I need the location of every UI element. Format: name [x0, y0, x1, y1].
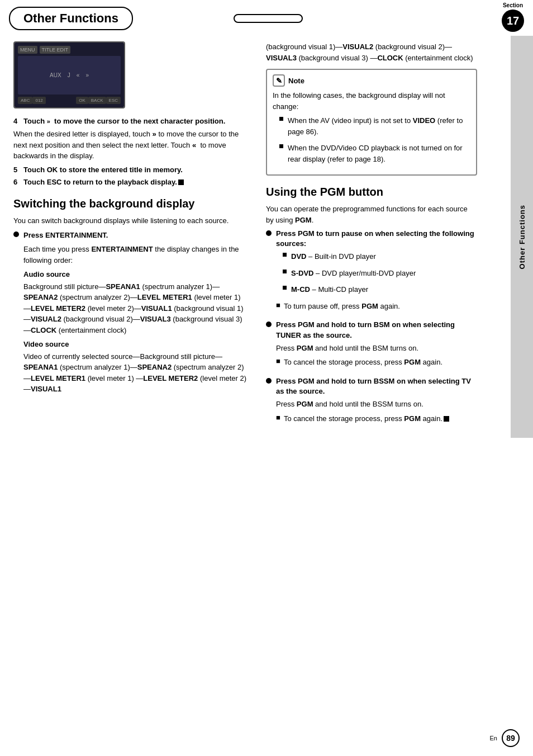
section-number: 17 [502, 10, 524, 32]
audio-source-label: Audio source [23, 269, 248, 280]
video-source-body: Video of currently selected source—Backg… [23, 351, 248, 395]
step4-heading: 4 Touch » to move the cursor to the next… [13, 116, 248, 126]
pgm-bullet2: Press PGM and hold to turn BSM on when s… [266, 320, 477, 372]
pgm-bullet1-content: Press PGM to turn pause on when selectin… [276, 229, 477, 316]
pgm-bullet1: Press PGM to turn pause on when selectin… [266, 229, 477, 316]
right-column: (background visual 1)—VISUAL2 (backgroun… [257, 36, 511, 438]
device-image: MENU TITLE EDIT AUX J « » ABC 012 OK BAC… [13, 41, 125, 108]
pgm-bullet2-content: Press PGM and hold to turn BSM on when s… [276, 320, 477, 372]
step6-heading: 6 Touch ESC to return to the playback di… [13, 177, 248, 187]
section2-body: You can operate the preprogrammed functi… [266, 204, 477, 225]
sidebar-label: Other Functions [518, 205, 526, 269]
sdvd-dot [283, 270, 287, 273]
main-content: MENU TITLE EDIT AUX J « » ABC 012 OK BAC… [0, 30, 533, 438]
note-bullet2-text: When the DVD/Video CD playback is not tu… [288, 143, 470, 164]
page-footer: En 89 [490, 729, 520, 747]
page-title: Other Functions [9, 7, 133, 30]
bullet-dot-pgm3 [266, 378, 272, 384]
bullet-square-dot2 [279, 144, 283, 148]
section2-title: Using the PGM button [266, 185, 477, 199]
bullet-dot [13, 231, 19, 237]
language-label: En [490, 735, 497, 741]
mcd-item: M-CD – Multi-CD player [283, 284, 477, 299]
bullet-square-dot [279, 117, 283, 121]
page-number: 89 [502, 729, 520, 747]
bullet-dot-pgm1 [266, 230, 272, 236]
bullet-dot-pgm2 [266, 322, 272, 327]
note-body: In the following cases, the background d… [273, 90, 470, 112]
note-bullet1: When the AV (video input) is not set to … [279, 115, 470, 140]
pgm1-turn-off: ■ To turn pause off, press PGM again. [276, 301, 477, 315]
press-entertainment-text: Press ENTERTAINMENT. Each time you press… [23, 230, 248, 398]
note-header: ✎ Note [273, 74, 470, 87]
pgm2-cancel: ■ To cancel the storage process, press P… [276, 357, 477, 371]
right-top-body: (background visual 1)—VISUAL2 (backgroun… [266, 41, 477, 63]
pgm-bullet3: Press PGM and hold to turn BSSM on when … [266, 376, 477, 429]
section-badge: Section 17 [502, 2, 524, 32]
section-box [234, 14, 303, 23]
note-box: ✎ Note In the following cases, the backg… [266, 69, 477, 176]
sdvd-item: S-DVD – DVD player/multi-DVD player [283, 268, 477, 282]
step4-body: When the desired letter is displayed, to… [13, 129, 248, 162]
pgm3-cancel: ■ To cancel the storage process, press P… [276, 413, 477, 428]
note-label: Note [288, 77, 304, 85]
note-bullet1-text: When the AV (video input) is not set to … [288, 115, 470, 137]
left-column: MENU TITLE EDIT AUX J « » ABC 012 OK BAC… [0, 36, 257, 438]
section1-title: Switching the background display [13, 196, 248, 211]
press-entertainment-bullet: Press ENTERTAINMENT. Each time you press… [13, 230, 248, 398]
video-source-label: Video source [23, 339, 248, 350]
audio-source-body: Background still picture—SPEANA1 (spectr… [23, 281, 248, 336]
section-label: Section [503, 2, 523, 8]
dvd-dot [283, 253, 287, 257]
pgm-bullet3-content: Press PGM and hold to turn BSSM on when … [276, 376, 477, 429]
right-sidebar: Other Functions [511, 36, 533, 438]
note-bullet2: When the DVD/Video CD playback is not tu… [279, 143, 470, 168]
dvd-item: DVD – Built-in DVD player [283, 251, 477, 266]
note-icon: ✎ [273, 74, 285, 87]
mcd-dot [283, 286, 287, 290]
step5-heading: 5 Touch OK to store the entered title in… [13, 165, 248, 175]
section1-body: You can switch background displays while… [13, 215, 248, 226]
page-header: Other Functions Section 17 [0, 0, 533, 30]
